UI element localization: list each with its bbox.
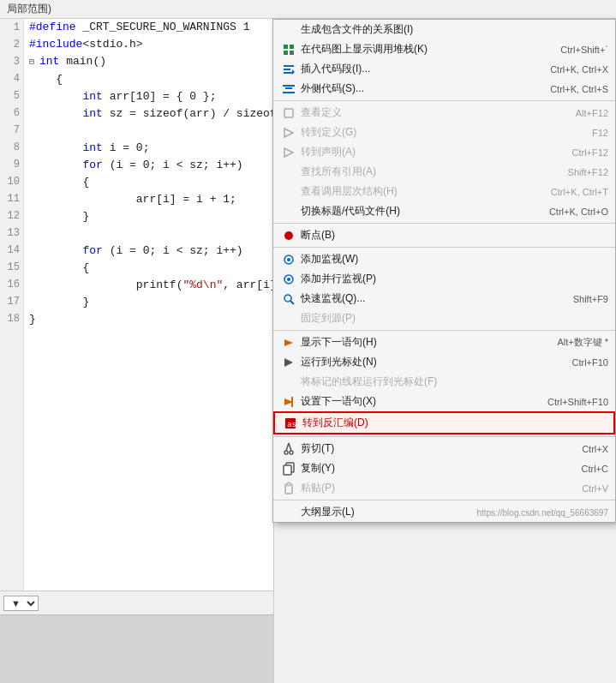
menu-item-add-parallel[interactable]: 添加并行监视(P) [273, 269, 615, 289]
code-line-16: printf("%d\n", arr[i]); [29, 277, 268, 294]
show-callstack-icon [280, 43, 297, 57]
breakpoint-label: 断点(B) [301, 228, 591, 243]
svg-marker-19 [284, 339, 293, 346]
line-num-3: 3 [0, 53, 23, 70]
toggle-header-shortcut: Ctrl+K, Ctrl+O [549, 207, 608, 217]
add-watch-label: 添加监视(W) [301, 252, 591, 267]
view-definition-icon [280, 106, 297, 120]
code-content[interactable]: #define _CRT_SECURE_NO_WARNINGS 1 #inclu… [24, 19, 273, 683]
sep-6 [273, 500, 615, 500]
goto-decl-label: 转到声明(A) [301, 145, 555, 159]
menu-item-pin-to-source[interactable]: 固定到源(P) [273, 309, 615, 328]
set-next-stmt-label: 设置下一语句(X) [301, 394, 530, 409]
show-next-stmt-icon [280, 336, 297, 350]
code-line-7 [29, 123, 268, 140]
menu-item-toggle-header[interactable]: 切换标题/代码文件(H) Ctrl+K, Ctrl+O [273, 201, 615, 221]
outline-shortcut: https://blog.csdn.net/qq_56663697 [477, 507, 608, 518]
svg-line-27 [286, 443, 289, 451]
breakpoint-icon [280, 229, 297, 243]
code-line-18: } [29, 311, 268, 328]
title-text: 局部范围) [7, 3, 51, 15]
menu-item-run-thread[interactable]: 将标记的线程运行到光标处(F) [273, 372, 615, 392]
quick-watch-shortcut: Shift+F9 [573, 294, 608, 304]
menu-item-run-to-cursor[interactable]: 运行到光标处(N) Ctrl+F10 [273, 352, 615, 372]
paste-shortcut: Ctrl+V [582, 483, 608, 494]
line-num-6: 6 [0, 105, 23, 122]
code-line-10: { [29, 174, 268, 191]
menu-item-add-watch[interactable]: 添加监视(W) [273, 249, 615, 269]
set-next-stmt-shortcut: Ctrl+Shift+F10 [547, 397, 608, 407]
watermark-text: https://blog.csdn.net/qq_56663697 [477, 508, 608, 518]
context-menu: 生成包含文件的关系图(I) 在代码图上显示调用堆栈(K) Ctrl+Shift+… [272, 19, 616, 523]
scope-dropdown[interactable]: ▼ [3, 596, 39, 611]
code-line-9: for (i = 0; i < sz; i++) [29, 157, 268, 174]
menu-item-copy[interactable]: 复制(Y) Ctrl+C [273, 458, 615, 478]
svg-rect-9 [283, 92, 295, 93]
cut-icon [280, 442, 297, 456]
menu-item-view-definition[interactable]: 查看定义 Alt+F12 [273, 103, 615, 123]
svg-point-25 [284, 451, 288, 454]
svg-point-14 [287, 258, 290, 261]
menu-item-insert-snippet[interactable]: 插入代码段(I)... Ctrl+K, Ctrl+X [273, 59, 615, 79]
line-num-17: 17 [0, 293, 23, 310]
bottom-toolbar: ▼ [0, 590, 274, 614]
add-watch-icon [280, 253, 297, 267]
menu-item-find-all-refs[interactable]: 查找所有引用(A) Shift+F12 [273, 162, 615, 182]
outline-icon [280, 506, 297, 519]
menu-item-quick-watch[interactable]: 快速监视(Q)... Shift+F9 [273, 289, 615, 309]
line-num-2: 2 [0, 36, 23, 53]
surround-with-icon [280, 82, 297, 96]
line-num-13: 13 [0, 225, 23, 242]
insert-snippet-shortcut: Ctrl+K, Ctrl+X [550, 64, 608, 75]
menu-item-show-next-stmt[interactable]: 显示下一语句(H) Alt+数字键 * [273, 333, 615, 352]
find-all-refs-icon [280, 165, 297, 179]
line-num-9: 9 [0, 156, 23, 173]
svg-rect-11 [284, 109, 293, 117]
line-numbers: 1 2 3 4 5 6 7 8 9 10 11 12 13 14 15 16 1… [0, 19, 24, 683]
find-all-refs-label: 查找所有引用(A) [301, 165, 551, 179]
line-num-16: 16 [0, 276, 23, 293]
code-line-6: int sz = sizeof(arr) / sizeof [29, 105, 268, 123]
svg-rect-5 [284, 69, 290, 70]
surround-with-shortcut: Ctrl+K, Ctrl+S [550, 84, 608, 94]
menu-item-breakpoint[interactable]: 断点(B) [273, 225, 615, 245]
code-area: 1 2 3 4 5 6 7 8 9 10 11 12 13 14 15 16 1… [0, 19, 273, 683]
call-hierarchy-shortcut: Ctrl+K, Ctrl+T [551, 187, 608, 197]
copy-icon [280, 462, 297, 476]
code-line-13 [29, 225, 268, 243]
main-container: 1 2 3 4 5 6 7 8 9 10 11 12 13 14 15 16 1… [0, 19, 616, 683]
menu-item-generate-map[interactable]: 生成包含文件的关系图(I) [273, 20, 615, 39]
menu-item-goto-disasm[interactable]: asm 转到反汇编(D) [273, 411, 615, 434]
sep-1 [273, 100, 615, 101]
svg-point-17 [284, 295, 291, 302]
outline-label: 大纲显示(L) [301, 505, 460, 519]
menu-item-surround-with[interactable]: 外侧代码(S)... Ctrl+K, Ctrl+S [273, 79, 615, 99]
code-line-8: int i = 0; [29, 140, 268, 157]
menu-item-outline[interactable]: 大纲显示(L) https://blog.csdn.net/qq_5666369… [273, 502, 615, 522]
line-num-4: 4 [0, 70, 23, 87]
menu-item-paste[interactable]: 粘贴(P) Ctrl+V [273, 478, 615, 498]
menu-item-goto-definition[interactable]: 转到定义(G) F12 [273, 123, 615, 142]
svg-rect-8 [283, 85, 295, 87]
view-definition-label: 查看定义 [301, 105, 559, 120]
svg-marker-7 [292, 69, 295, 75]
code-line-12: } [29, 208, 268, 225]
menu-item-cut[interactable]: 剪切(T) Ctrl+X [273, 439, 615, 458]
toggle-header-icon [280, 205, 297, 219]
surround-with-label: 外侧代码(S)... [301, 81, 533, 96]
code-editor[interactable]: 1 2 3 4 5 6 7 8 9 10 11 12 13 14 15 16 1… [0, 19, 274, 683]
menu-item-show-callstack[interactable]: 在代码图上显示调用堆栈(K) Ctrl+Shift+` [273, 39, 615, 59]
run-thread-label: 将标记的线程运行到光标处(F) [301, 374, 591, 389]
pin-to-source-icon [280, 312, 297, 326]
menu-item-set-next-stmt[interactable]: 设置下一语句(X) Ctrl+Shift+F10 [273, 392, 615, 411]
run-to-cursor-shortcut: Ctrl+F10 [572, 357, 609, 368]
svg-rect-30 [284, 465, 291, 475]
code-line-15: { [29, 260, 268, 277]
goto-disasm-label: 转到反汇编(D) [302, 416, 589, 430]
goto-definition-icon [280, 126, 297, 140]
menu-item-call-hierarchy[interactable]: 查看调用层次结构(H) Ctrl+K, Ctrl+T [273, 182, 615, 201]
cut-shortcut: Ctrl+X [582, 444, 608, 454]
menu-item-goto-decl[interactable]: 转到声明(A) Ctrl+F12 [273, 142, 615, 162]
svg-rect-10 [285, 87, 292, 89]
show-callstack-shortcut: Ctrl+Shift+` [560, 45, 608, 55]
